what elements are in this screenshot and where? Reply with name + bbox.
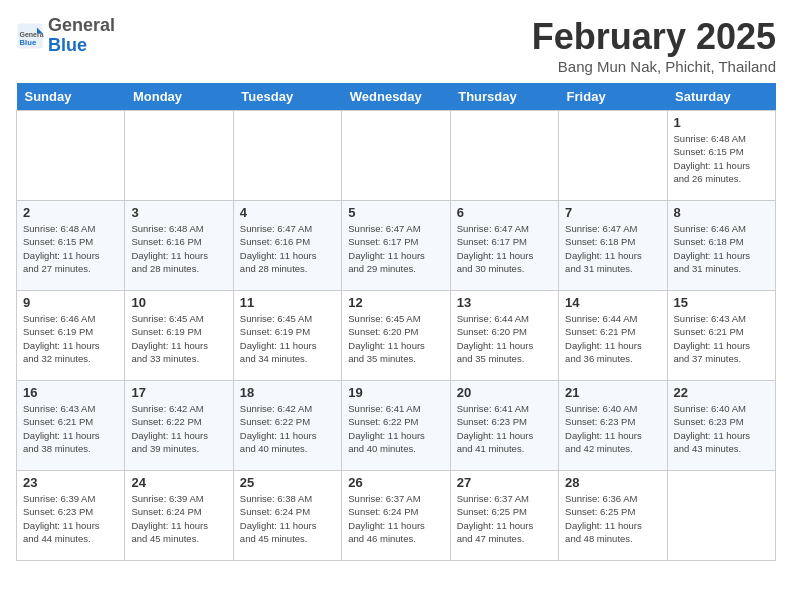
calendar-table: SundayMondayTuesdayWednesdayThursdayFrid… bbox=[16, 83, 776, 561]
calendar-cell: 14Sunrise: 6:44 AM Sunset: 6:21 PM Dayli… bbox=[559, 291, 667, 381]
day-info: Sunrise: 6:37 AM Sunset: 6:24 PM Dayligh… bbox=[348, 492, 443, 545]
calendar-cell: 20Sunrise: 6:41 AM Sunset: 6:23 PM Dayli… bbox=[450, 381, 558, 471]
day-number: 7 bbox=[565, 205, 660, 220]
calendar-cell bbox=[667, 471, 775, 561]
day-number: 5 bbox=[348, 205, 443, 220]
day-info: Sunrise: 6:41 AM Sunset: 6:23 PM Dayligh… bbox=[457, 402, 552, 455]
calendar-cell: 25Sunrise: 6:38 AM Sunset: 6:24 PM Dayli… bbox=[233, 471, 341, 561]
logo-icon: General Blue bbox=[16, 22, 44, 50]
day-info: Sunrise: 6:45 AM Sunset: 6:19 PM Dayligh… bbox=[131, 312, 226, 365]
day-info: Sunrise: 6:48 AM Sunset: 6:16 PM Dayligh… bbox=[131, 222, 226, 275]
calendar-cell bbox=[559, 111, 667, 201]
day-number: 21 bbox=[565, 385, 660, 400]
day-number: 17 bbox=[131, 385, 226, 400]
day-number: 14 bbox=[565, 295, 660, 310]
day-info: Sunrise: 6:40 AM Sunset: 6:23 PM Dayligh… bbox=[565, 402, 660, 455]
day-number: 19 bbox=[348, 385, 443, 400]
calendar-cell bbox=[125, 111, 233, 201]
calendar-cell: 16Sunrise: 6:43 AM Sunset: 6:21 PM Dayli… bbox=[17, 381, 125, 471]
calendar-cell: 5Sunrise: 6:47 AM Sunset: 6:17 PM Daylig… bbox=[342, 201, 450, 291]
day-number: 13 bbox=[457, 295, 552, 310]
calendar-cell: 12Sunrise: 6:45 AM Sunset: 6:20 PM Dayli… bbox=[342, 291, 450, 381]
day-info: Sunrise: 6:36 AM Sunset: 6:25 PM Dayligh… bbox=[565, 492, 660, 545]
day-number: 8 bbox=[674, 205, 769, 220]
week-row-3: 16Sunrise: 6:43 AM Sunset: 6:21 PM Dayli… bbox=[17, 381, 776, 471]
calendar-cell: 21Sunrise: 6:40 AM Sunset: 6:23 PM Dayli… bbox=[559, 381, 667, 471]
day-info: Sunrise: 6:47 AM Sunset: 6:17 PM Dayligh… bbox=[348, 222, 443, 275]
logo-blue: Blue bbox=[48, 35, 87, 55]
page-header: General Blue General Blue February 2025 … bbox=[16, 16, 776, 75]
calendar-header: SundayMondayTuesdayWednesdayThursdayFrid… bbox=[17, 83, 776, 111]
day-info: Sunrise: 6:44 AM Sunset: 6:20 PM Dayligh… bbox=[457, 312, 552, 365]
calendar-cell: 28Sunrise: 6:36 AM Sunset: 6:25 PM Dayli… bbox=[559, 471, 667, 561]
day-info: Sunrise: 6:37 AM Sunset: 6:25 PM Dayligh… bbox=[457, 492, 552, 545]
logo-general: General bbox=[48, 15, 115, 35]
day-number: 1 bbox=[674, 115, 769, 130]
day-number: 15 bbox=[674, 295, 769, 310]
day-number: 10 bbox=[131, 295, 226, 310]
calendar-cell: 8Sunrise: 6:46 AM Sunset: 6:18 PM Daylig… bbox=[667, 201, 775, 291]
calendar-cell: 17Sunrise: 6:42 AM Sunset: 6:22 PM Dayli… bbox=[125, 381, 233, 471]
day-info: Sunrise: 6:45 AM Sunset: 6:20 PM Dayligh… bbox=[348, 312, 443, 365]
calendar-cell: 11Sunrise: 6:45 AM Sunset: 6:19 PM Dayli… bbox=[233, 291, 341, 381]
day-info: Sunrise: 6:44 AM Sunset: 6:21 PM Dayligh… bbox=[565, 312, 660, 365]
day-info: Sunrise: 6:40 AM Sunset: 6:23 PM Dayligh… bbox=[674, 402, 769, 455]
day-number: 12 bbox=[348, 295, 443, 310]
day-number: 2 bbox=[23, 205, 118, 220]
weekday-header-friday: Friday bbox=[559, 83, 667, 111]
weekday-header-row: SundayMondayTuesdayWednesdayThursdayFrid… bbox=[17, 83, 776, 111]
week-row-0: 1Sunrise: 6:48 AM Sunset: 6:15 PM Daylig… bbox=[17, 111, 776, 201]
weekday-header-wednesday: Wednesday bbox=[342, 83, 450, 111]
calendar-cell: 4Sunrise: 6:47 AM Sunset: 6:16 PM Daylig… bbox=[233, 201, 341, 291]
calendar-cell: 1Sunrise: 6:48 AM Sunset: 6:15 PM Daylig… bbox=[667, 111, 775, 201]
calendar-body: 1Sunrise: 6:48 AM Sunset: 6:15 PM Daylig… bbox=[17, 111, 776, 561]
calendar-title: February 2025 bbox=[532, 16, 776, 58]
calendar-cell: 15Sunrise: 6:43 AM Sunset: 6:21 PM Dayli… bbox=[667, 291, 775, 381]
calendar-cell: 22Sunrise: 6:40 AM Sunset: 6:23 PM Dayli… bbox=[667, 381, 775, 471]
logo: General Blue General Blue bbox=[16, 16, 115, 56]
calendar-cell: 2Sunrise: 6:48 AM Sunset: 6:15 PM Daylig… bbox=[17, 201, 125, 291]
day-number: 9 bbox=[23, 295, 118, 310]
day-info: Sunrise: 6:41 AM Sunset: 6:22 PM Dayligh… bbox=[348, 402, 443, 455]
calendar-cell: 10Sunrise: 6:45 AM Sunset: 6:19 PM Dayli… bbox=[125, 291, 233, 381]
day-number: 27 bbox=[457, 475, 552, 490]
calendar-cell: 9Sunrise: 6:46 AM Sunset: 6:19 PM Daylig… bbox=[17, 291, 125, 381]
weekday-header-monday: Monday bbox=[125, 83, 233, 111]
day-number: 22 bbox=[674, 385, 769, 400]
weekday-header-thursday: Thursday bbox=[450, 83, 558, 111]
weekday-header-saturday: Saturday bbox=[667, 83, 775, 111]
day-number: 20 bbox=[457, 385, 552, 400]
day-info: Sunrise: 6:48 AM Sunset: 6:15 PM Dayligh… bbox=[23, 222, 118, 275]
calendar-cell: 27Sunrise: 6:37 AM Sunset: 6:25 PM Dayli… bbox=[450, 471, 558, 561]
calendar-cell: 19Sunrise: 6:41 AM Sunset: 6:22 PM Dayli… bbox=[342, 381, 450, 471]
calendar-cell bbox=[17, 111, 125, 201]
day-info: Sunrise: 6:42 AM Sunset: 6:22 PM Dayligh… bbox=[240, 402, 335, 455]
title-block: February 2025 Bang Mun Nak, Phichit, Tha… bbox=[532, 16, 776, 75]
day-info: Sunrise: 6:39 AM Sunset: 6:23 PM Dayligh… bbox=[23, 492, 118, 545]
calendar-cell bbox=[450, 111, 558, 201]
day-info: Sunrise: 6:47 AM Sunset: 6:17 PM Dayligh… bbox=[457, 222, 552, 275]
calendar-cell bbox=[342, 111, 450, 201]
day-info: Sunrise: 6:48 AM Sunset: 6:15 PM Dayligh… bbox=[674, 132, 769, 185]
day-number: 18 bbox=[240, 385, 335, 400]
day-info: Sunrise: 6:38 AM Sunset: 6:24 PM Dayligh… bbox=[240, 492, 335, 545]
day-number: 28 bbox=[565, 475, 660, 490]
day-number: 6 bbox=[457, 205, 552, 220]
calendar-cell: 18Sunrise: 6:42 AM Sunset: 6:22 PM Dayli… bbox=[233, 381, 341, 471]
calendar-cell: 26Sunrise: 6:37 AM Sunset: 6:24 PM Dayli… bbox=[342, 471, 450, 561]
calendar-cell: 13Sunrise: 6:44 AM Sunset: 6:20 PM Dayli… bbox=[450, 291, 558, 381]
calendar-subtitle: Bang Mun Nak, Phichit, Thailand bbox=[532, 58, 776, 75]
weekday-header-sunday: Sunday bbox=[17, 83, 125, 111]
day-number: 11 bbox=[240, 295, 335, 310]
day-info: Sunrise: 6:45 AM Sunset: 6:19 PM Dayligh… bbox=[240, 312, 335, 365]
day-info: Sunrise: 6:43 AM Sunset: 6:21 PM Dayligh… bbox=[23, 402, 118, 455]
week-row-1: 2Sunrise: 6:48 AM Sunset: 6:15 PM Daylig… bbox=[17, 201, 776, 291]
svg-text:Blue: Blue bbox=[20, 38, 37, 47]
day-info: Sunrise: 6:42 AM Sunset: 6:22 PM Dayligh… bbox=[131, 402, 226, 455]
day-info: Sunrise: 6:39 AM Sunset: 6:24 PM Dayligh… bbox=[131, 492, 226, 545]
calendar-cell bbox=[233, 111, 341, 201]
week-row-2: 9Sunrise: 6:46 AM Sunset: 6:19 PM Daylig… bbox=[17, 291, 776, 381]
day-info: Sunrise: 6:46 AM Sunset: 6:19 PM Dayligh… bbox=[23, 312, 118, 365]
calendar-cell: 3Sunrise: 6:48 AM Sunset: 6:16 PM Daylig… bbox=[125, 201, 233, 291]
day-number: 26 bbox=[348, 475, 443, 490]
